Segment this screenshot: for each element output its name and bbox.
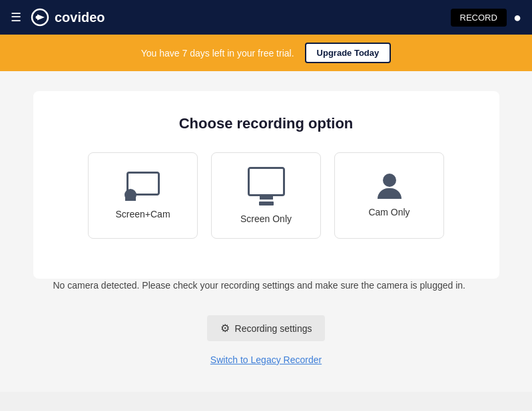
option-screen-cam[interactable]: Screen+Cam — [88, 152, 198, 239]
header-left: ☰ covideo — [11, 8, 105, 27]
warning-message: No camera detected. Please check your re… — [33, 279, 499, 293]
header-right: RECORD ● — [451, 9, 521, 27]
gear-icon: ⚙ — [220, 322, 230, 335]
card-title: Choose recording option — [53, 115, 479, 132]
person-body — [378, 188, 401, 199]
cam-only-icon — [378, 174, 401, 199]
monitor-stand — [259, 202, 274, 206]
recording-settings-button[interactable]: ⚙ Recording settings — [207, 315, 326, 341]
settings-btn-label: Recording settings — [235, 323, 312, 334]
user-icon[interactable]: ● — [513, 10, 521, 25]
upgrade-button[interactable]: Upgrade Today — [305, 43, 392, 63]
recording-options: Screen+Cam Screen Only Cam Only — [53, 152, 479, 239]
legacy-recorder-link[interactable]: Switch to Legacy Recorder — [210, 354, 322, 365]
trial-banner: You have 7 days left in your free trial.… — [0, 35, 532, 71]
main-content: Choose recording option Screen+Cam Scree… — [0, 71, 532, 392]
option-cam-only[interactable]: Cam Only — [334, 152, 444, 239]
record-button[interactable]: RECORD — [451, 9, 507, 27]
svg-point-1 — [36, 16, 39, 19]
logo-icon — [31, 8, 49, 27]
cam-body — [125, 196, 136, 201]
recording-card: Choose recording option Screen+Cam Scree… — [33, 91, 499, 279]
option-screen-only[interactable]: Screen Only — [211, 152, 321, 239]
cam-only-label: Cam Only — [368, 207, 409, 217]
screen-only-label: Screen Only — [240, 213, 292, 224]
screen-only-icon — [248, 167, 285, 206]
app-header: ☰ covideo RECORD ● — [0, 0, 532, 35]
monitor-icon — [248, 167, 285, 196]
logo-text: covideo — [55, 10, 105, 25]
screen-cam-label: Screen+Cam — [115, 209, 170, 219]
screen-cam-icon — [125, 172, 162, 201]
hamburger-icon[interactable]: ☰ — [11, 10, 21, 25]
person-head — [383, 174, 396, 187]
trial-message: You have 7 days left in your free trial. — [141, 48, 294, 59]
settings-section: ⚙ Recording settings Switch to Legacy Re… — [13, 309, 519, 372]
logo: covideo — [31, 8, 105, 27]
